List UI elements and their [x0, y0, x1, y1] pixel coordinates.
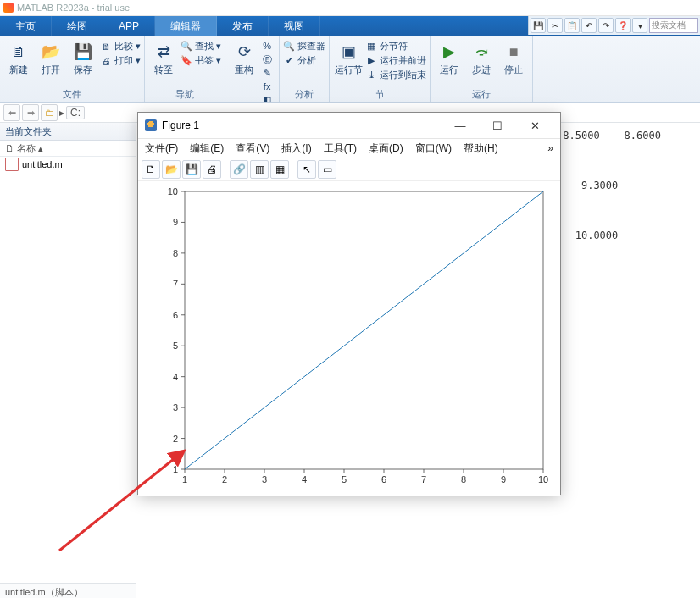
svg-text:5: 5 [342, 474, 347, 484]
save-fig-button[interactable]: 💾 [182, 160, 201, 179]
figure-menu-帮助(H)[interactable]: 帮助(H) [464, 141, 498, 156]
ribbon-group-节: ▣运行节▦分节符▶运行并前进⤓运行到结束节 [330, 36, 431, 102]
ribbon-查找 ▾[interactable]: 🔍查找 ▾ [181, 40, 221, 53]
svg-text:9: 9 [501, 474, 506, 484]
svg-text:8: 8 [173, 248, 178, 258]
close-button[interactable]: ✕ [516, 114, 553, 137]
svg-text:2: 2 [173, 434, 178, 444]
ribbon: 🗎新建📂打开💾保存🗎比较 ▾🖨打印 ▾文件⇄转至🔍查找 ▾🔖书签 ▾导航⟳重构%… [0, 36, 700, 103]
file-list-header[interactable]: 🗋 名称 ▴ [0, 141, 136, 157]
ribbon-比较 ▾[interactable]: 🗎比较 ▾ [100, 40, 141, 53]
ribbon-运行并前进[interactable]: ▶运行并前进 [365, 54, 426, 67]
ribbon-运行节[interactable]: ▣运行节 [333, 40, 364, 76]
ribbon-group-分析: 🔍探查器✔分析分析 [280, 36, 330, 102]
nav-fwd-button[interactable]: ➡ [22, 104, 39, 121]
figure-titlebar: Figure 1 — ☐ ✕ [138, 113, 560, 139]
ribbon-保存[interactable]: 💾保存 [68, 40, 98, 76]
maximize-button[interactable]: ☐ [479, 114, 516, 137]
nav-back-button[interactable]: ⬅ [3, 104, 20, 121]
ribbon-tab-视图[interactable]: 视图 [269, 16, 320, 36]
minimize-button[interactable]: — [442, 114, 479, 137]
svg-text:9: 9 [173, 217, 178, 227]
ribbon-分节符[interactable]: ▦分节符 [365, 40, 426, 53]
folder-icon[interactable]: 🗀 [41, 104, 58, 121]
status-label: untitled.m（脚本） [0, 583, 136, 598]
ribbon-书签 ▾[interactable]: 🔖书签 ▾ [181, 54, 221, 67]
current-folder-panel: 当前文件夹 🗋 名称 ▴ untitled.m untitled.m（脚本） [0, 123, 136, 598]
figure-icon [145, 119, 157, 131]
svg-text:4: 4 [302, 474, 307, 484]
colorbar-button[interactable]: ▥ [250, 160, 269, 179]
ribbon-分析[interactable]: ✔分析 [283, 54, 325, 67]
axes[interactable]: 1234567891012345678910 [138, 181, 560, 496]
legend-button[interactable]: ▦ [270, 160, 289, 179]
ribbon-tabstrip: 主页绘图APP编辑器发布视图💾✂📋↶↷❓▾搜索文档 [0, 16, 700, 36]
pointer-button[interactable]: ↖ [297, 160, 316, 179]
open-fig-button[interactable]: 📂 [162, 160, 181, 179]
ribbon-新建[interactable]: 🗎新建 [3, 40, 34, 76]
qat-button-6[interactable]: ▾ [632, 18, 647, 33]
ribbon-运行到结束[interactable]: ⤓运行到结束 [365, 69, 426, 81]
ribbon-tab-发布[interactable]: 发布 [217, 16, 269, 36]
file-name: untitled.m [22, 159, 63, 169]
svg-text:7: 7 [421, 474, 426, 484]
qat-button-1[interactable]: ✂ [547, 18, 563, 33]
ribbon-tab-编辑器[interactable]: 编辑器 [155, 16, 217, 36]
qat-button-5[interactable]: ❓ [615, 18, 631, 33]
ribbon-打开[interactable]: 📂打开 [36, 40, 66, 76]
ribbon-步进[interactable]: ⤼步进 [466, 40, 497, 76]
print-fig-button[interactable]: 🖨 [203, 160, 221, 179]
svg-text:10: 10 [538, 474, 548, 484]
ribbon-转至[interactable]: ⇄转至 [148, 40, 179, 76]
ribbon-运行[interactable]: ▶运行 [434, 40, 464, 76]
new-fig-button[interactable]: 🗋 [142, 160, 160, 179]
app-title: MATLAB R2023a - trial use [17, 3, 130, 13]
qat-button-0[interactable]: 💾 [531, 18, 546, 33]
ribbon-tab-绘图[interactable]: 绘图 [52, 16, 103, 36]
quick-access-toolbar: 💾✂📋↶↷❓▾搜索文档 [528, 16, 700, 35]
figure-menu-查看(V)[interactable]: 查看(V) [236, 141, 269, 156]
ribbon-探查器[interactable]: 🔍探查器 [283, 40, 325, 53]
svg-text:4: 4 [173, 372, 178, 382]
figure-menu-工具(T)[interactable]: 工具(T) [324, 141, 357, 156]
figure-menu-桌面(D)[interactable]: 桌面(D) [369, 141, 403, 156]
svg-text:6: 6 [173, 310, 178, 320]
link-button[interactable]: 🔗 [230, 160, 248, 179]
path-segment[interactable]: C: [66, 106, 85, 119]
svg-text:7: 7 [173, 279, 178, 289]
window-titlebar: MATLAB R2023a - trial use [0, 0, 700, 16]
qat-button-2[interactable]: 📋 [564, 18, 580, 33]
current-folder-title: 当前文件夹 [0, 123, 136, 141]
ribbon-tab-主页[interactable]: 主页 [0, 16, 52, 36]
ribbon-打印 ▾[interactable]: 🖨打印 ▾ [100, 54, 141, 67]
svg-text:1: 1 [182, 474, 187, 484]
svg-text:8: 8 [461, 474, 466, 484]
figure-window[interactable]: Figure 1 — ☐ ✕ 文件(F)编辑(E)查看(V)插入(I)工具(T)… [137, 112, 561, 495]
ribbon-Ⓔ[interactable]: Ⓔ [261, 53, 275, 65]
ribbon-✎[interactable]: ✎ [261, 67, 275, 79]
figure-menu-窗口(W)[interactable]: 窗口(W) [415, 141, 452, 156]
svg-text:3: 3 [262, 474, 267, 484]
qat-button-3[interactable]: ↶ [581, 18, 597, 33]
ribbon-group-导航: ⇄转至🔍查找 ▾🔖书签 ▾导航 [145, 36, 225, 102]
figure-menu-插入(I)[interactable]: 插入(I) [281, 141, 311, 156]
ribbon-tab-APP[interactable]: APP [103, 16, 155, 36]
figure-toolbar: 🗋 📂 💾 🖨 🔗 ▥ ▦ ↖ ▭ [138, 158, 560, 181]
ribbon-fx[interactable]: fx [261, 80, 275, 92]
figure-menu-overflow[interactable]: » [547, 142, 553, 154]
file-row[interactable]: untitled.m [0, 157, 136, 172]
ribbon-重构[interactable]: ⟳重构 [229, 40, 259, 76]
qat-button-4[interactable]: ↷ [598, 18, 614, 33]
ribbon-group-文件: 🗎新建📂打开💾保存🗎比较 ▾🖨打印 ▾文件 [0, 36, 145, 102]
ribbon-◧[interactable]: ◧ [261, 94, 275, 103]
doc-search-input[interactable]: 搜索文档 [649, 18, 698, 33]
svg-text:10: 10 [168, 186, 178, 197]
svg-text:1: 1 [173, 464, 178, 474]
figure-menu-编辑(E)[interactable]: 编辑(E) [190, 141, 224, 156]
ribbon-group-运行: ▶运行⤼步进■停止运行 [431, 36, 533, 102]
figure-menu-文件(F)[interactable]: 文件(F) [145, 141, 178, 156]
edit-plot-button[interactable]: ▭ [318, 160, 336, 179]
ribbon-%[interactable]: % [261, 40, 275, 52]
ribbon-停止[interactable]: ■停止 [498, 40, 529, 76]
figure-title: Figure 1 [162, 119, 442, 131]
